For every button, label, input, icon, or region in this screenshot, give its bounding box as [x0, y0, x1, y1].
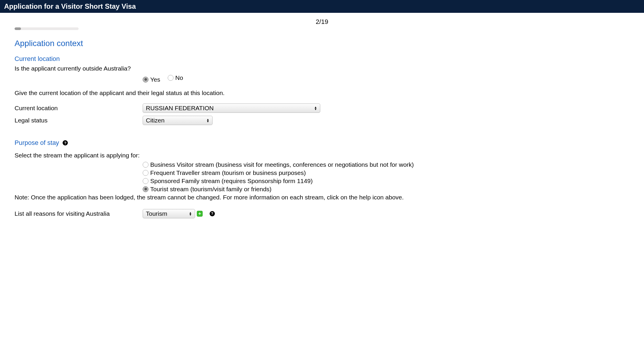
select-value: RUSSIAN FEDERATION [146, 105, 214, 112]
radio-stream-sponsored[interactable]: Sponsored Family stream (requires Sponso… [143, 178, 422, 185]
select-reason[interactable]: Tourism ▲▼ [143, 209, 195, 218]
subsection-current-location: Current location [15, 55, 422, 63]
progress-bar [15, 27, 79, 30]
select-legal-status[interactable]: Citizen ▲▼ [143, 116, 213, 125]
stream-prompt: Select the stream the applicant is apply… [15, 152, 422, 159]
radio-icon [143, 77, 148, 83]
stream-label: Sponsored Family stream (requires Sponso… [150, 178, 313, 185]
help-icon[interactable]: ? [210, 211, 215, 216]
page-title: Application for a Visitor Short Stay Vis… [4, 2, 136, 10]
progress-fill [15, 27, 21, 30]
chevron-updown-icon: ▲▼ [314, 106, 317, 110]
label-legal-status: Legal status [15, 117, 143, 124]
radio-outside-yes[interactable]: Yes [143, 76, 160, 83]
radio-icon [143, 178, 148, 184]
select-value: Citizen [146, 117, 164, 124]
radio-label-no: No [175, 74, 183, 81]
help-icon[interactable]: ? [63, 140, 68, 145]
stream-note: Note: Once the application has been lodg… [15, 194, 422, 201]
add-reason-button[interactable]: + [197, 211, 203, 217]
radio-label-yes: Yes [150, 76, 160, 83]
radio-icon [143, 170, 148, 176]
stream-label: Frequent Traveller stream (tourism or bu… [150, 169, 306, 176]
select-current-location[interactable]: RUSSIAN FEDERATION ▲▼ [143, 103, 320, 113]
radio-stream-tourist[interactable]: Tourist stream (tourism/visit family or … [143, 186, 422, 193]
question-outside-australia: Is the applicant currently outside Austr… [15, 65, 422, 72]
page-title-bar: Application for a Visitor Short Stay Vis… [0, 0, 644, 13]
radio-icon [143, 186, 148, 192]
radio-outside-no[interactable]: No [168, 74, 183, 81]
chevron-updown-icon: ▲▼ [206, 118, 209, 122]
stream-label: Business Visitor stream (business visit … [150, 161, 414, 168]
radio-stream-business[interactable]: Business Visitor stream (business visit … [143, 161, 422, 168]
select-value: Tourism [146, 210, 167, 217]
label-current-location: Current location [15, 105, 143, 112]
radio-stream-frequent[interactable]: Frequent Traveller stream (tourism or bu… [143, 169, 422, 176]
section-title: Application context [15, 39, 422, 48]
radio-icon [168, 75, 174, 81]
stream-label: Tourist stream (tourism/visit family or … [150, 186, 272, 193]
label-reasons: List all reasons for visiting Australia [15, 210, 143, 217]
chevron-updown-icon: ▲▼ [189, 212, 192, 216]
page-indicator: 2/19 [0, 13, 644, 27]
radio-icon [143, 162, 148, 168]
subsection-purpose-of-stay: Purpose of stay ? [15, 139, 422, 147]
instruction-location: Give the current location of the applica… [15, 89, 422, 96]
